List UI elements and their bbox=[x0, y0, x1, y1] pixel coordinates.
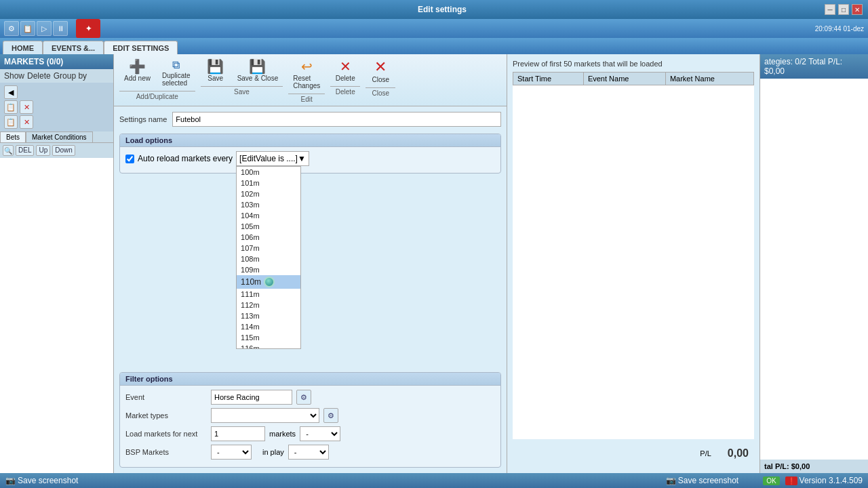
bsp-markets-row: BSP Markets - in play - bbox=[125, 445, 495, 460]
camera-icon-right: 📷 bbox=[666, 476, 676, 485]
down-button[interactable]: Down bbox=[52, 145, 75, 156]
sidebar-copy-btn2[interactable]: 📋 bbox=[4, 115, 18, 129]
market-types-config-btn[interactable]: ⚙ bbox=[323, 408, 338, 423]
left-sidebar: MARKETS (0/0) Show Delete Group by ◀ 📋 ✕… bbox=[0, 54, 114, 473]
dropdown-item[interactable]: 102m bbox=[237, 188, 300, 199]
tab-edit-settings[interactable]: EDIT SETTINGS bbox=[104, 41, 178, 54]
event-input[interactable] bbox=[211, 390, 292, 405]
top-strip: ⚙ 📋 ▷ ⏸ ✦ 20:09:44 01-dez bbox=[0, 19, 868, 38]
add-new-button[interactable]: ➕ Add new bbox=[119, 57, 155, 89]
dropdown-item[interactable]: 114m bbox=[237, 321, 300, 332]
dropdown-item[interactable]: 107m bbox=[237, 243, 300, 253]
tool-icon-3[interactable]: ▷ bbox=[37, 21, 52, 36]
settings-name-input[interactable] bbox=[172, 112, 501, 127]
filter-options-content: Event ⚙ Market types ⚙ Load markets for … bbox=[120, 386, 500, 467]
sidebar-delete-btn2[interactable]: ✕ bbox=[20, 115, 33, 129]
event-config-btn[interactable]: ⚙ bbox=[296, 390, 311, 405]
auto-reload-dropdown[interactable]: [EditValue is ....] ▼ bbox=[236, 151, 309, 166]
dropdown-item[interactable]: 104m bbox=[237, 210, 300, 221]
preview-panel: Preview of first 50 markets that will be… bbox=[507, 54, 760, 473]
dropdown-item[interactable]: 111m bbox=[237, 289, 300, 300]
logo-button[interactable]: ✦ bbox=[76, 19, 100, 38]
main-container: MARKETS (0/0) Show Delete Group by ◀ 📋 ✕… bbox=[0, 54, 868, 473]
auto-reload-checkbox[interactable] bbox=[125, 155, 134, 163]
bsp-select[interactable]: - bbox=[211, 445, 252, 460]
sidebar-delete-btn[interactable]: ✕ bbox=[20, 100, 33, 114]
auto-reload-dropdown-list[interactable]: 100m 101m 102m 103m 104m 105m 106m 107m … bbox=[236, 166, 301, 349]
sidebar-tabs: Bets Market Conditions bbox=[0, 131, 113, 143]
maximize-button[interactable]: □ bbox=[838, 4, 849, 15]
col-event-name: Event Name bbox=[583, 73, 665, 85]
dropdown-item[interactable]: 103m bbox=[237, 199, 300, 210]
ribbon-add-group: ➕ Add new ⧉ Duplicateselected Add/Duplic… bbox=[119, 57, 195, 100]
content-area: ➕ Add new ⧉ Duplicateselected Add/Duplic… bbox=[114, 54, 868, 473]
market-types-row: Market types ⚙ bbox=[125, 408, 495, 423]
dropdown-item[interactable]: 109m bbox=[237, 264, 300, 275]
dropdown-item[interactable]: 116m bbox=[237, 343, 300, 349]
tool-icon-4[interactable]: ⏸ bbox=[53, 21, 68, 36]
up-button[interactable]: Up bbox=[36, 145, 50, 156]
save-button[interactable]: 💾 Save bbox=[201, 57, 231, 85]
window-controls: ─ □ ✕ bbox=[825, 4, 863, 15]
load-options-title: Load options bbox=[120, 134, 500, 147]
sidebar-nav-left[interactable]: ◀ bbox=[4, 85, 18, 99]
in-play-select[interactable]: - bbox=[288, 445, 329, 460]
dropdown-item[interactable]: 105m bbox=[237, 221, 300, 232]
market-types-select[interactable] bbox=[211, 408, 319, 423]
auto-reload-row: Auto reload markets every [EditValue is … bbox=[125, 151, 495, 166]
ok-indicator: OK bbox=[763, 476, 779, 485]
dropdown-item[interactable]: 115m bbox=[237, 332, 300, 343]
duplicate-icon: ⧉ bbox=[172, 60, 180, 70]
title-bar: Edit settings ─ □ ✕ bbox=[0, 0, 868, 19]
dropdown-item[interactable]: 100m bbox=[237, 167, 300, 178]
load-options-section: Load options Auto reload markets every [… bbox=[119, 134, 501, 174]
ribbon-edit-group: ↩ ResetChanges Edit bbox=[288, 57, 325, 103]
load-markets-input[interactable] bbox=[211, 426, 265, 441]
tab-events[interactable]: EVENTS &... bbox=[43, 41, 104, 54]
preview-table: Start Time Event Name Market Name bbox=[513, 72, 754, 439]
close-window-button[interactable]: ✕ bbox=[852, 4, 863, 15]
sidebar-list bbox=[0, 158, 113, 473]
right-panel: ategies: 0/2 Total P/L: $0,00 tal P/L: $… bbox=[760, 54, 868, 473]
dropdown-item[interactable]: 112m bbox=[237, 300, 300, 310]
close-button[interactable]: ✕ Close bbox=[366, 57, 395, 86]
reset-icon: ↩ bbox=[301, 60, 313, 73]
auto-reload-dropdown-container: [EditValue is ....] ▼ 100m 101m 102m 103… bbox=[236, 151, 309, 166]
dropdown-item[interactable]: 113m bbox=[237, 310, 300, 321]
tool-icon-2[interactable]: 📋 bbox=[20, 21, 35, 36]
minimize-button[interactable]: ─ bbox=[825, 4, 835, 15]
settings-name-label: Settings name bbox=[119, 115, 167, 123]
reset-changes-button[interactable]: ↩ ResetChanges bbox=[288, 57, 325, 92]
right-content bbox=[760, 79, 868, 460]
time-display: 20:09:44 01-dez bbox=[815, 25, 864, 33]
filter-options-title: Filter options bbox=[120, 373, 500, 386]
tab-market-conditions[interactable]: Market Conditions bbox=[26, 131, 93, 142]
tab-bets[interactable]: Bets bbox=[0, 131, 26, 142]
tool-icon-1[interactable]: ⚙ bbox=[4, 21, 19, 36]
dropdown-item-selected[interactable]: 110m bbox=[237, 275, 300, 289]
settings-name-row: Settings name bbox=[119, 112, 501, 127]
save-screenshot-btn-right[interactable]: 📷 Save screenshot bbox=[666, 476, 738, 485]
save-screenshot-btn-left[interactable]: 📷 Save screenshot bbox=[5, 476, 78, 485]
window-title: Edit settings bbox=[60, 5, 825, 14]
del-button[interactable]: DEL bbox=[16, 145, 34, 156]
dropdown-item[interactable]: 106m bbox=[237, 232, 300, 243]
search-icon[interactable]: 🔍 bbox=[3, 145, 14, 156]
sidebar-copy-btn[interactable]: 📋 bbox=[4, 100, 18, 114]
ribbon-delete-group: ✕ Delete Delete bbox=[330, 57, 360, 96]
event-row: Event ⚙ bbox=[125, 390, 495, 405]
edit-panel: Settings name Load options Auto reload m… bbox=[114, 106, 507, 473]
dropdown-item[interactable]: 101m bbox=[237, 178, 300, 188]
markets-unit-select[interactable]: - bbox=[300, 426, 340, 441]
load-markets-row: Load markets for next markets - bbox=[125, 426, 495, 441]
duplicate-selected-button[interactable]: ⧉ Duplicateselected bbox=[157, 57, 195, 89]
tab-home[interactable]: HOME bbox=[3, 41, 43, 54]
dropdown-item[interactable]: 108m bbox=[237, 253, 300, 264]
save-icon: 💾 bbox=[207, 60, 224, 73]
ribbon-close-group: ✕ Close Close bbox=[366, 57, 395, 97]
save-close-button[interactable]: 💾 Save & Close bbox=[233, 57, 283, 85]
right-header: ategies: 0/2 Total P/L: $0,00 bbox=[760, 54, 868, 79]
load-options-content: Auto reload markets every [EditValue is … bbox=[120, 147, 500, 173]
delete-button[interactable]: ✕ Delete bbox=[330, 57, 360, 85]
add-icon: ➕ bbox=[129, 60, 146, 73]
